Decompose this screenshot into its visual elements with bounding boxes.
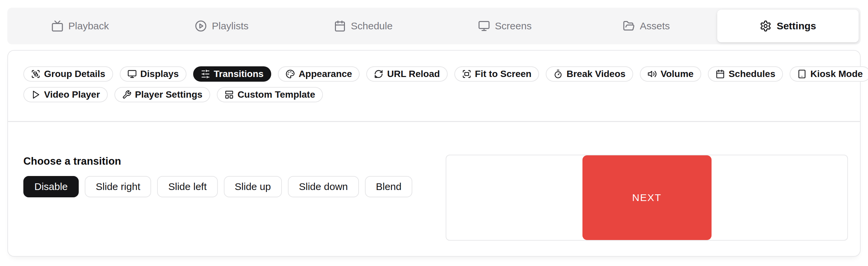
label: Player Settings xyxy=(135,89,203,100)
label: Slide down xyxy=(299,181,348,192)
preview-next-slide: NEXT xyxy=(583,155,712,240)
label: Playback xyxy=(68,20,109,32)
transition-preview: NEXT xyxy=(446,155,848,241)
settings-tab-transitions[interactable]: Transitions xyxy=(193,66,271,82)
gear-icon xyxy=(760,20,772,32)
volume-icon xyxy=(648,69,657,79)
label: Playlists xyxy=(212,20,249,32)
label: Schedules xyxy=(728,69,775,79)
folder-open-icon xyxy=(623,20,635,32)
tab-assets[interactable]: Assets xyxy=(576,10,717,42)
transition-option-blend[interactable]: Blend xyxy=(365,176,413,197)
transitions-panel: Choose a transition DisableSlide rightSl… xyxy=(8,122,860,241)
top-nav: PlaybackPlaylistsScheduleScreensAssetsSe… xyxy=(7,8,861,44)
preview-next-label: NEXT xyxy=(632,192,661,203)
label: Slide right xyxy=(96,181,140,192)
settings-tab-appearance[interactable]: Appearance xyxy=(278,66,360,82)
settings-tab-video-player[interactable]: Video Player xyxy=(23,87,108,102)
label: Appearance xyxy=(299,69,352,79)
transition-option-slide-down[interactable]: Slide down xyxy=(288,176,359,197)
layout-icon xyxy=(224,90,234,99)
settings-tabs: Group DetailsDisplaysTransitionsAppearan… xyxy=(8,51,860,122)
tab-settings[interactable]: Settings xyxy=(717,10,859,42)
label: Screens xyxy=(495,20,532,32)
calendar-icon xyxy=(334,20,346,32)
transition-options: DisableSlide rightSlide leftSlide upSlid… xyxy=(23,176,412,197)
transition-option-slide-up[interactable]: Slide up xyxy=(224,176,282,197)
label: Kiosk Mode xyxy=(810,69,863,79)
settings-tab-break-videos[interactable]: Break Videos xyxy=(546,66,633,82)
settings-tab-schedules[interactable]: Schedules xyxy=(708,66,783,82)
label: Group Details xyxy=(44,69,105,79)
wrench-icon xyxy=(122,90,131,99)
palette-icon xyxy=(285,69,295,79)
play-circle-icon xyxy=(195,20,207,32)
label: Custom Template xyxy=(238,89,315,100)
label: Slide left xyxy=(168,181,207,192)
label: Transitions xyxy=(214,69,264,79)
settings-tabs-row2: Video PlayerPlayer SettingsCustom Templa… xyxy=(23,87,845,102)
label: Assets xyxy=(640,20,670,32)
monitor-icon xyxy=(478,20,490,32)
settings-tab-kiosk-mode[interactable]: Kiosk Mode xyxy=(789,66,868,82)
transition-option-disable[interactable]: Disable xyxy=(23,176,79,197)
label: Fit to Screen xyxy=(475,69,532,79)
settings-tab-fit-to-screen[interactable]: Fit to Screen xyxy=(454,66,539,82)
sliders-icon xyxy=(201,69,210,79)
settings-tab-url-reload[interactable]: URL Reload xyxy=(366,66,447,82)
label: Settings xyxy=(777,20,816,32)
settings-tab-custom-template[interactable]: Custom Template xyxy=(217,87,323,102)
tablet-icon xyxy=(797,69,807,79)
group-icon xyxy=(31,69,40,79)
play-icon xyxy=(31,90,40,99)
transition-chooser: Choose a transition DisableSlide rightSl… xyxy=(23,155,412,197)
settings-tab-player-settings[interactable]: Player Settings xyxy=(115,87,210,102)
label: URL Reload xyxy=(387,69,440,79)
transition-heading: Choose a transition xyxy=(23,155,412,167)
fullscreen-icon xyxy=(462,69,471,79)
tab-schedule[interactable]: Schedule xyxy=(292,10,434,42)
label: Break Videos xyxy=(566,69,625,79)
tab-playback[interactable]: Playback xyxy=(9,10,151,42)
refresh-icon xyxy=(374,69,383,79)
label: Volume xyxy=(660,69,693,79)
settings-tab-group-details[interactable]: Group Details xyxy=(23,66,113,82)
timer-icon xyxy=(553,69,563,79)
label: Schedule xyxy=(351,20,393,32)
label: Displays xyxy=(141,69,179,79)
tab-screens[interactable]: Screens xyxy=(434,10,576,42)
label: Blend xyxy=(376,181,402,192)
label: Slide up xyxy=(235,181,271,192)
tab-playlists[interactable]: Playlists xyxy=(151,10,292,42)
settings-tabs-row1: Group DetailsDisplaysTransitionsAppearan… xyxy=(23,66,845,82)
transition-option-slide-left[interactable]: Slide left xyxy=(157,176,217,197)
settings-tab-displays[interactable]: Displays xyxy=(120,66,186,82)
settings-tab-volume[interactable]: Volume xyxy=(640,66,701,82)
settings-card: Group DetailsDisplaysTransitionsAppearan… xyxy=(7,50,861,257)
label: Video Player xyxy=(44,89,100,100)
label: Disable xyxy=(34,181,68,192)
tv-icon xyxy=(51,20,63,32)
transition-option-slide-right[interactable]: Slide right xyxy=(85,176,151,197)
monitor-icon xyxy=(127,69,137,79)
calendar-icon xyxy=(716,69,725,79)
